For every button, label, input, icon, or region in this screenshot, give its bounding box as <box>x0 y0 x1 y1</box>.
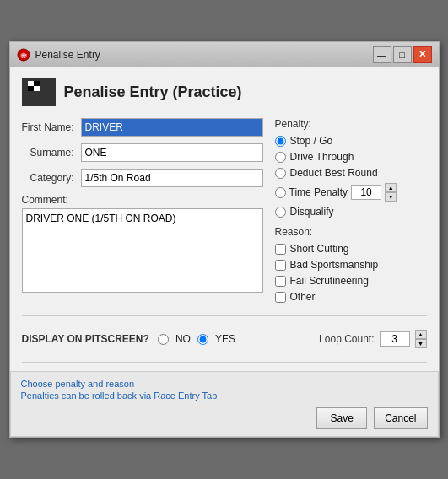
category-input[interactable] <box>81 169 263 187</box>
flag-svg <box>24 79 54 105</box>
surname-label: Surname: <box>22 147 81 159</box>
penalty-time-row: Time Penalty ▲ ▼ <box>275 183 427 202</box>
svg-rect-2 <box>25 81 28 103</box>
pitscreen-yes-label: YES <box>215 333 235 345</box>
surname-row: Surname: <box>22 143 263 162</box>
maximize-button[interactable]: □ <box>393 46 412 63</box>
reason-short-cutting-checkbox[interactable] <box>275 244 286 255</box>
comment-section: Comment: DRIVER ONE (1/5TH ON ROAD) <box>22 194 263 295</box>
divider <box>22 315 427 316</box>
main-area: First Name: Surname: Category: Comment: … <box>22 118 427 307</box>
divider2 <box>22 362 427 363</box>
time-spin-up[interactable]: ▲ <box>385 183 397 192</box>
page-title: Penalise Entry (Practice) <box>64 83 242 101</box>
penalty-disqualify-row: Disqualify <box>275 206 427 218</box>
reason-other-label: Other <box>290 291 316 303</box>
pitscreen-radio-group: NO YES <box>158 333 235 345</box>
penalty-deduct-row: Deduct Best Round <box>275 167 427 179</box>
penalty-time-radio[interactable] <box>275 187 286 198</box>
first-name-row: First Name: <box>22 118 263 137</box>
main-window: 🏎 Penalise Entry — □ ✕ Penali <box>9 41 440 438</box>
reason-short-cutting-row: Short Cutting <box>275 243 427 255</box>
penalty-drive-through-row: Drive Through <box>275 151 427 163</box>
bottom-buttons: Save Cancel <box>21 407 428 429</box>
svg-rect-4 <box>28 81 34 86</box>
reason-bad-sportsmanship-row: Bad Sportsmanship <box>275 259 427 271</box>
penalty-time-label: Time Penalty <box>289 186 348 198</box>
right-panel: Penalty: Stop / Go Drive Through Deduct … <box>275 118 427 307</box>
reason-fail-scrutineering-checkbox[interactable] <box>275 276 286 287</box>
svg-rect-5 <box>34 81 40 86</box>
penalty-drive-through-radio[interactable] <box>275 152 286 163</box>
reason-other-checkbox[interactable] <box>275 292 286 303</box>
penalty-stop-go-label: Stop / Go <box>290 135 333 147</box>
penalty-deduct-label: Deduct Best Round <box>290 167 378 179</box>
svg-rect-7 <box>34 86 40 91</box>
header-row: Penalise Entry (Practice) <box>22 78 427 106</box>
reason-fail-scrutineering-row: Fail Scrutineering <box>275 275 427 287</box>
reason-other-row: Other <box>275 291 427 303</box>
pitscreen-label: DISPLAY ON PITSCREEN? <box>22 333 149 345</box>
first-name-input[interactable] <box>81 118 263 137</box>
time-spin-down[interactable]: ▼ <box>385 192 397 202</box>
app-icon: 🏎 <box>17 48 30 62</box>
info-line1: Choose penalty and reason <box>21 379 428 389</box>
category-row: Category: <box>22 169 263 187</box>
svg-rect-6 <box>28 86 34 91</box>
reason-fail-scrutineering-label: Fail Scrutineering <box>290 275 369 287</box>
loop-count-input[interactable] <box>380 331 410 347</box>
loop-spin-down[interactable]: ▼ <box>415 339 427 348</box>
reason-short-cutting-label: Short Cutting <box>290 243 349 255</box>
pitscreen-yes-radio[interactable] <box>197 334 208 345</box>
bottom-info: Choose penalty and reason Penalties can … <box>10 371 439 437</box>
comment-textarea[interactable]: DRIVER ONE (1/5TH ON ROAD) <box>22 208 263 293</box>
title-bar-left: 🏎 Penalise Entry <box>17 48 100 62</box>
left-panel: First Name: Surname: Category: Comment: … <box>22 118 263 307</box>
pitscreen-area: DISPLAY ON PITSCREEN? NO YES Loop Count:… <box>22 325 427 353</box>
cancel-button[interactable]: Cancel <box>374 407 427 429</box>
pitscreen-no-label: NO <box>175 333 191 345</box>
save-button[interactable]: Save <box>316 407 367 429</box>
info-line2: Penalties can be rolled back via Race En… <box>21 390 428 401</box>
minimize-button[interactable]: — <box>373 46 391 63</box>
window-title: Penalise Entry <box>35 49 100 61</box>
loop-spin-up[interactable]: ▲ <box>415 330 427 339</box>
penalty-disqualify-label: Disqualify <box>290 206 334 218</box>
surname-input[interactable] <box>81 143 263 162</box>
content-area: Penalise Entry (Practice) First Name: Su… <box>10 67 439 437</box>
loop-count-spinner: ▲ ▼ <box>415 330 427 348</box>
title-bar-buttons: — □ ✕ <box>373 46 432 63</box>
comment-label: Comment: <box>22 194 263 206</box>
svg-text:🏎: 🏎 <box>20 52 27 60</box>
time-penalty-input[interactable] <box>351 185 381 200</box>
time-spinner: ▲ ▼ <box>385 183 397 202</box>
flag-icon <box>22 78 56 106</box>
reason-bad-sportsmanship-label: Bad Sportsmanship <box>290 259 379 271</box>
reason-label: Reason: <box>275 226 427 238</box>
penalty-stop-go-row: Stop / Go <box>275 135 427 147</box>
penalty-label: Penalty: <box>275 118 427 130</box>
close-button[interactable]: ✕ <box>413 46 432 63</box>
reason-bad-sportsmanship-checkbox[interactable] <box>275 260 286 271</box>
title-bar: 🏎 Penalise Entry — □ ✕ <box>10 42 439 67</box>
penalty-disqualify-radio[interactable] <box>275 207 286 218</box>
category-label: Category: <box>22 172 81 184</box>
penalty-deduct-radio[interactable] <box>275 168 286 179</box>
first-name-label: First Name: <box>22 121 81 133</box>
penalty-drive-through-label: Drive Through <box>290 151 354 163</box>
loop-count-label: Loop Count: <box>319 333 374 345</box>
pitscreen-no-radio[interactable] <box>158 334 169 345</box>
penalty-stop-go-radio[interactable] <box>275 136 286 147</box>
loop-count-section: Loop Count: ▲ ▼ <box>319 330 426 348</box>
